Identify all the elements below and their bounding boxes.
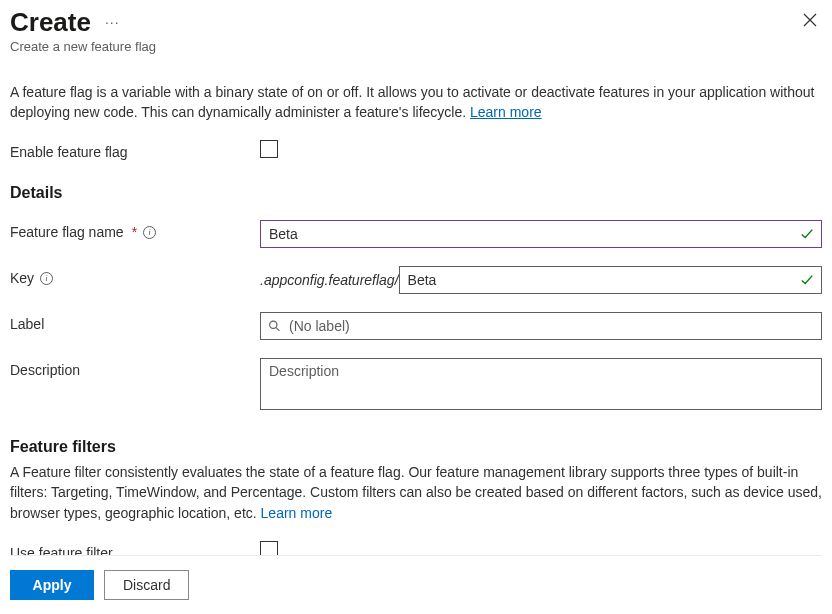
key-label: Key [10, 270, 34, 286]
required-asterisk: * [132, 224, 137, 240]
filters-body: A Feature filter consistently evaluates … [10, 464, 822, 521]
filters-text: A Feature filter consistently evaluates … [10, 462, 822, 523]
enable-flag-label: Enable feature flag [10, 140, 260, 160]
discard-button[interactable]: Discard [104, 570, 189, 600]
info-icon[interactable]: i [40, 272, 53, 285]
use-filter-checkbox[interactable] [260, 541, 278, 555]
filters-learn-more-link[interactable]: Learn more [261, 505, 333, 521]
intro-body: A feature flag is a variable with a bina… [10, 84, 814, 120]
page-title: Create [10, 8, 91, 37]
flag-name-label: Feature flag name [10, 224, 124, 240]
details-heading: Details [10, 184, 822, 202]
key-prefix: .appconfig.featureflag/ [260, 272, 399, 288]
key-input[interactable] [399, 266, 822, 294]
filters-heading: Feature filters [10, 438, 822, 456]
description-label: Description [10, 362, 80, 378]
use-filter-label: Use feature filter [10, 541, 260, 555]
label-input[interactable] [260, 312, 822, 340]
close-icon[interactable] [802, 12, 818, 28]
intro-text: A feature flag is a variable with a bina… [10, 82, 822, 123]
enable-flag-checkbox[interactable] [260, 140, 278, 158]
intro-learn-more-link[interactable]: Learn more [470, 104, 542, 120]
apply-button[interactable]: Apply [10, 570, 94, 600]
label-field-label: Label [10, 316, 44, 332]
info-icon[interactable]: i [143, 226, 156, 239]
more-options-icon[interactable]: ··· [105, 14, 120, 30]
page-subtitle: Create a new feature flag [10, 39, 822, 54]
description-input[interactable] [260, 358, 822, 410]
flag-name-input[interactable] [260, 220, 822, 248]
